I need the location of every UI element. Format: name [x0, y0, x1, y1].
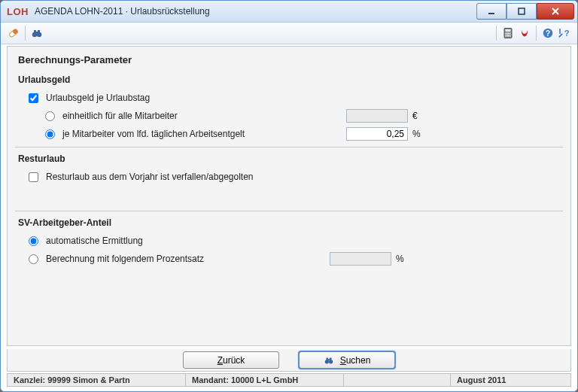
section-title-resturlaub: Resturlaub — [18, 153, 563, 164]
app-window: LOH AGENDA LOHN-2011 · Urlaubsrückstellu… — [0, 0, 578, 392]
input-sv-percent[interactable] — [330, 252, 391, 266]
horseshoe-button[interactable] — [516, 25, 533, 41]
search-button-toolbar[interactable] — [29, 25, 45, 41]
radio-sv-percent[interactable] — [29, 254, 38, 264]
svg-rect-16 — [510, 35, 511, 37]
context-help-icon: ? — [558, 27, 571, 39]
label-uniform[interactable]: einheitlich für alle Mitarbeiter — [62, 111, 178, 121]
system-buttons — [476, 3, 574, 20]
maximize-button[interactable] — [507, 3, 537, 20]
row-resturlaub-expired: Resturlaub aus dem Vorjahr ist verfallen… — [29, 169, 563, 185]
radio-per-employee[interactable] — [45, 129, 55, 139]
close-icon — [551, 7, 560, 16]
svg-text:?: ? — [564, 29, 570, 38]
toolbar-separator-help — [536, 26, 537, 41]
label-sv-auto[interactable]: automatische Ermittlung — [46, 236, 143, 246]
checkbox-resturlaub-expired[interactable] — [29, 172, 38, 182]
toolbar-separator — [25, 26, 26, 41]
minimize-icon — [487, 7, 496, 16]
svg-rect-10 — [506, 29, 511, 32]
svg-rect-13 — [510, 33, 511, 35]
binoculars-icon — [31, 27, 43, 39]
page-heading: Berechnungs-Parameter — [18, 54, 563, 65]
svg-rect-15 — [507, 35, 509, 37]
input-uniform-amount[interactable] — [346, 109, 408, 123]
horseshoe-icon — [519, 27, 531, 39]
radio-sv-auto[interactable] — [29, 236, 38, 246]
help-button[interactable]: ? — [540, 25, 556, 41]
binoculars-icon — [324, 355, 334, 366]
svg-rect-12 — [507, 33, 509, 35]
label-urlaubsgeld-per-day[interactable]: Urlaubsgeld je Urlaubstag — [46, 93, 150, 103]
row-per-employee: je Mitarbeiter vom lfd. täglichen Arbeit… — [45, 126, 563, 142]
label-sv-percent[interactable]: Berechnung mit folgendem Prozentsatz — [46, 254, 204, 264]
row-sv-percent: Berechnung mit folgendem Prozentsatz % — [29, 251, 563, 267]
unit-percent-1: % — [412, 129, 427, 139]
checkbox-urlaubsgeld-per-day[interactable] — [29, 93, 38, 103]
input-per-employee-percent[interactable] — [346, 127, 408, 141]
capsule-icon — [4, 23, 23, 42]
status-kanzlei: Kanzlei: 99999 Simon & Partn — [7, 373, 186, 387]
capsule-button[interactable] — [5, 25, 22, 41]
calculator-icon — [502, 27, 514, 39]
window-title: AGENDA LOHN-2011 · Urlaubsrückstellung — [35, 6, 210, 17]
help-icon: ? — [542, 27, 554, 39]
status-spacer — [344, 373, 451, 387]
label-resturlaub-expired[interactable]: Resturlaub aus dem Vorjahr ist verfallen… — [46, 172, 254, 182]
row-sv-auto: automatische Ermittlung — [29, 232, 563, 249]
toolbar: ? ? — [1, 23, 577, 44]
svg-rect-0 — [488, 13, 494, 14]
svg-rect-24 — [327, 359, 330, 360]
svg-rect-8 — [36, 32, 38, 33]
unit-euro: € — [412, 111, 427, 121]
back-button-label: Zurück — [218, 355, 245, 366]
section-title-urlaubsgeld: Urlaubsgeld — [18, 74, 563, 85]
back-button[interactable]: Zurück — [183, 351, 279, 369]
search-button-label: Suchen — [340, 355, 371, 366]
separator-1 — [15, 147, 563, 147]
calculator-button[interactable] — [500, 25, 516, 41]
close-button[interactable] — [537, 3, 574, 20]
row-urlaubsgeld-per-day: Urlaubsgeld je Urlaubstag — [29, 90, 563, 106]
context-help-button[interactable]: ? — [556, 25, 573, 41]
content-panel: Berechnungs-Parameter Urlaubsgeld Urlaub… — [7, 46, 571, 346]
status-bar: Kanzlei: 99999 Simon & Partn Mandant: 10… — [7, 373, 571, 387]
toolbar-separator-right — [496, 26, 497, 41]
label-per-employee[interactable]: je Mitarbeiter vom lfd. täglichen Arbeit… — [62, 129, 245, 139]
separator-2 — [15, 211, 563, 211]
svg-rect-14 — [506, 35, 507, 37]
section-title-sv: SV-Arbeitgeber-Anteil — [18, 217, 563, 228]
status-period: August 2011 — [451, 373, 571, 387]
search-button[interactable]: Suchen — [299, 351, 395, 369]
status-mandant: Mandant: 10000 L+L GmbH — [186, 373, 344, 387]
minimize-button[interactable] — [476, 3, 507, 20]
unit-percent-2: % — [396, 254, 411, 264]
svg-rect-1 — [519, 8, 525, 14]
svg-rect-11 — [506, 33, 507, 35]
svg-text:?: ? — [546, 29, 550, 38]
row-uniform: einheitlich für alle Mitarbeiter € — [45, 108, 563, 124]
app-logo: LOH — [7, 6, 29, 17]
button-bar: Zurück Suchen — [7, 349, 571, 372]
titlebar: LOH AGENDA LOHN-2011 · Urlaubsrückstellu… — [1, 1, 577, 23]
radio-uniform[interactable] — [45, 111, 55, 121]
maximize-icon — [517, 7, 526, 16]
